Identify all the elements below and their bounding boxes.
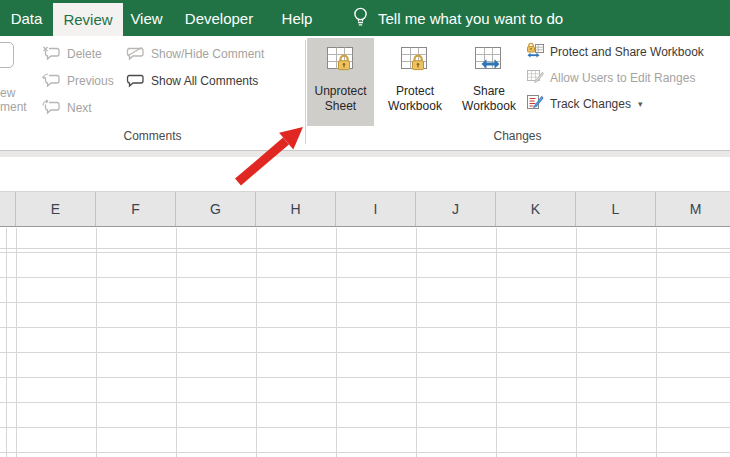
next-comment-icon — [42, 99, 62, 118]
delete-comment-icon — [42, 45, 62, 64]
lock-share-icon — [526, 42, 545, 62]
previous-comment-icon — [42, 72, 62, 91]
tab-developer-label: Developer — [185, 10, 253, 27]
protect-workbook-label-2: Workbook — [388, 99, 442, 114]
tab-data-label: Data — [11, 10, 43, 27]
sheet-lock-icon — [398, 43, 432, 81]
unprotect-sheet-label-2: Sheet — [314, 99, 366, 114]
tab-data[interactable]: Data — [0, 0, 53, 36]
changes-group-label: Changes — [305, 129, 730, 145]
tab-review[interactable]: Review — [53, 3, 123, 36]
tell-me-label: Tell me what you want to do — [378, 10, 563, 27]
show-all-comments-button[interactable]: Show All Comments — [126, 72, 258, 90]
sheet-lock-icon — [324, 43, 358, 81]
column-header-g[interactable]: G — [176, 192, 256, 226]
column-header-h[interactable]: H — [256, 192, 336, 226]
track-changes-button[interactable]: Track Changes ▾ — [526, 95, 642, 113]
delete-comment-button: Delete — [42, 45, 102, 63]
share-workbook-button[interactable]: Share Workbook — [455, 38, 523, 126]
previous-comment-button: Previous — [42, 72, 114, 90]
tab-view-label: View — [130, 10, 162, 27]
share-workbook-label-1: Share — [462, 84, 516, 99]
next-comment-button: Next — [42, 99, 92, 117]
track-changes-label: Track Changes — [550, 97, 631, 111]
column-header-partial[interactable] — [0, 192, 16, 226]
tab-developer[interactable]: Developer — [170, 0, 268, 36]
ribbon-tab-bar: Data Review View Developer Help Tell me … — [0, 0, 730, 36]
show-hide-comment-icon — [126, 45, 146, 64]
sheet-share-icon — [472, 43, 506, 81]
tab-help[interactable]: Help — [268, 0, 326, 36]
protect-and-share-workbook-button[interactable]: Protect and Share Workbook — [526, 43, 704, 61]
column-header-l[interactable]: L — [576, 192, 656, 226]
column-headers: E F G H I J K L M — [0, 191, 730, 227]
show-hide-comment-label: Show/Hide Comment — [151, 47, 264, 61]
column-header-m[interactable]: M — [656, 192, 730, 226]
chevron-down-icon: ▾ — [638, 99, 643, 109]
tell-me-box[interactable]: Tell me what you want to do — [352, 0, 563, 36]
spreadsheet-grid[interactable] — [0, 228, 730, 457]
allow-users-to-edit-ranges-label: Allow Users to Edit Ranges — [550, 71, 695, 85]
column-header-i[interactable]: I — [336, 192, 416, 226]
lightbulb-icon — [352, 6, 369, 31]
comments-group-label: Comments — [0, 129, 305, 145]
excel-window: Data Review View Developer Help Tell me … — [0, 0, 730, 457]
ribbon: ew ment Delete Previous — [0, 36, 730, 150]
column-header-f[interactable]: F — [96, 192, 176, 226]
column-header-j[interactable]: J — [416, 192, 496, 226]
tab-help-label: Help — [282, 10, 313, 27]
unprotect-sheet-label-1: Unprotect — [314, 84, 366, 99]
new-comment-partial-label-1: ew — [0, 86, 15, 100]
previous-comment-label: Previous — [67, 74, 114, 88]
tab-review-label: Review — [63, 11, 112, 28]
protect-and-share-workbook-label: Protect and Share Workbook — [550, 45, 704, 59]
track-changes-icon — [526, 94, 545, 114]
protect-workbook-button[interactable]: Protect Workbook — [377, 38, 453, 126]
show-all-comments-icon — [126, 72, 146, 91]
next-comment-label: Next — [67, 101, 92, 115]
show-all-comments-label: Show All Comments — [151, 74, 258, 88]
share-workbook-label-2: Workbook — [462, 99, 516, 114]
new-comment-partial-label-2: ment — [0, 100, 27, 114]
tab-view[interactable]: View — [123, 0, 170, 36]
edit-ranges-icon — [526, 68, 545, 88]
delete-comment-label: Delete — [67, 47, 102, 61]
protect-workbook-label-1: Protect — [388, 84, 442, 99]
column-header-k[interactable]: K — [496, 192, 576, 226]
formula-bar-area[interactable] — [0, 157, 730, 191]
show-hide-comment-button: Show/Hide Comment — [126, 45, 264, 63]
new-comment-button-partial[interactable] — [0, 42, 14, 68]
allow-users-to-edit-ranges-button: Allow Users to Edit Ranges — [526, 69, 695, 87]
column-header-e[interactable]: E — [16, 192, 96, 226]
unprotect-sheet-button[interactable]: Unprotect Sheet — [307, 38, 374, 126]
